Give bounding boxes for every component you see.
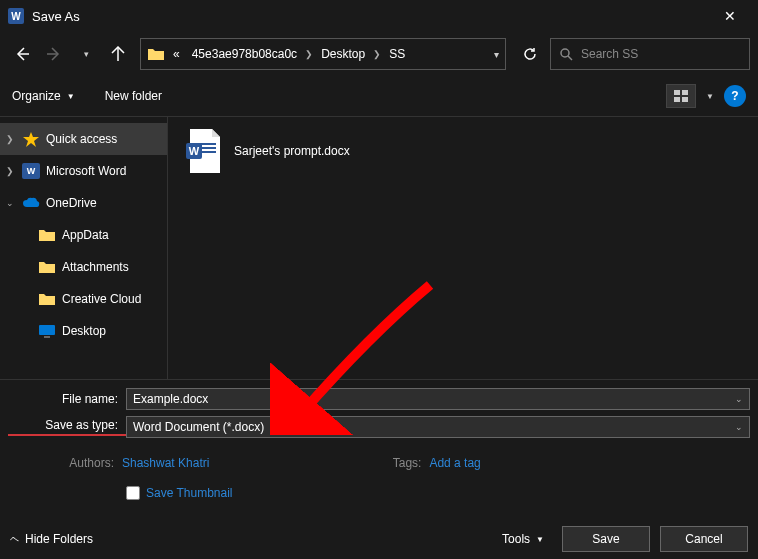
- forward-button[interactable]: [40, 40, 68, 68]
- folder-icon: [38, 227, 56, 243]
- breadcrumb-segment[interactable]: Desktop: [317, 47, 369, 61]
- chevron-down-icon: ▼: [67, 92, 75, 101]
- folder-icon: [38, 291, 56, 307]
- svg-rect-3: [674, 97, 680, 102]
- help-button[interactable]: ?: [724, 85, 746, 107]
- tree-item-appdata[interactable]: AppData: [0, 219, 167, 251]
- svg-rect-1: [674, 90, 680, 95]
- save-button[interactable]: Save: [562, 526, 650, 552]
- search-input[interactable]: [550, 38, 750, 70]
- svg-rect-4: [682, 97, 688, 102]
- tree-item-creative-cloud[interactable]: Creative Cloud: [0, 283, 167, 315]
- chevron-right-icon: ❯: [4, 166, 16, 176]
- filename-field[interactable]: [133, 392, 743, 406]
- save-as-type-dropdown[interactable]: Word Document (*.docx) ⌄: [126, 416, 750, 438]
- up-button[interactable]: [104, 40, 132, 68]
- save-thumbnail-checkbox[interactable]: [126, 486, 140, 500]
- chevron-up-icon: ヘ: [10, 533, 19, 546]
- chevron-down-icon[interactable]: ⌄: [735, 394, 743, 404]
- svg-rect-5: [39, 325, 55, 335]
- hide-folders-button[interactable]: ヘ Hide Folders: [10, 532, 93, 546]
- cloud-icon: [22, 195, 40, 211]
- folder-icon: [147, 47, 165, 61]
- authors-label: Authors:: [42, 456, 114, 470]
- view-mode-button[interactable]: [666, 84, 696, 108]
- back-button[interactable]: [8, 40, 36, 68]
- tools-label: Tools: [502, 532, 530, 546]
- svg-rect-2: [682, 90, 688, 95]
- desktop-icon: [38, 323, 56, 339]
- chevron-down-icon: ⌄: [4, 198, 16, 208]
- refresh-button[interactable]: [514, 38, 546, 70]
- search-field[interactable]: [581, 47, 741, 61]
- tree-item-quick-access[interactable]: ❯ Quick access: [0, 123, 167, 155]
- recent-dropdown-icon[interactable]: ▾: [72, 40, 100, 68]
- cancel-button[interactable]: Cancel: [660, 526, 748, 552]
- new-folder-label: New folder: [105, 89, 162, 103]
- file-item[interactable]: W Sarjeet's prompt.docx: [184, 127, 350, 175]
- breadcrumb-prefix: «: [169, 47, 184, 61]
- tree-item-word[interactable]: ❯ W Microsoft Word: [0, 155, 167, 187]
- close-icon[interactable]: ✕: [710, 0, 750, 32]
- save-thumbnail-label: Save Thumbnail: [146, 486, 233, 500]
- svg-point-0: [561, 49, 569, 57]
- save-as-type-value: Word Document (*.docx): [133, 420, 264, 434]
- tags-label: Tags:: [381, 456, 421, 470]
- svg-rect-6: [44, 336, 50, 338]
- chevron-down-icon: ▼: [536, 535, 544, 544]
- tree-item-onedrive[interactable]: ⌄ OneDrive: [0, 187, 167, 219]
- tree-item-desktop[interactable]: Desktop: [0, 315, 167, 347]
- window-title: Save As: [32, 9, 710, 24]
- docx-file-icon: W: [184, 127, 224, 175]
- filename-label: File name:: [8, 392, 126, 406]
- filename-input[interactable]: ⌄: [126, 388, 750, 410]
- chevron-down-icon[interactable]: ▾: [494, 49, 499, 60]
- tree-item-attachments[interactable]: Attachments: [0, 251, 167, 283]
- new-folder-button[interactable]: New folder: [105, 89, 162, 103]
- chevron-right-icon: ❯: [4, 134, 16, 144]
- chevron-down-icon[interactable]: ▼: [706, 92, 714, 101]
- breadcrumb[interactable]: « 45e3ae978b08ca0c ❯ Desktop ❯ SS ▾: [140, 38, 506, 70]
- star-icon: [22, 131, 40, 147]
- organize-label: Organize: [12, 89, 61, 103]
- file-name-label: Sarjeet's prompt.docx: [234, 144, 350, 158]
- file-list[interactable]: W Sarjeet's prompt.docx: [168, 116, 758, 380]
- folder-tree: ❯ Quick access ❯ W Microsoft Word ⌄ OneD…: [0, 116, 168, 380]
- breadcrumb-segment[interactable]: 45e3ae978b08ca0c: [188, 47, 301, 61]
- word-app-icon: W: [8, 8, 24, 24]
- tools-menu[interactable]: Tools ▼: [502, 532, 544, 546]
- breadcrumb-segment[interactable]: SS: [385, 47, 409, 61]
- save-as-type-label: Save as type:: [8, 418, 126, 436]
- chevron-down-icon[interactable]: ⌄: [735, 422, 743, 432]
- word-icon: W: [22, 163, 40, 179]
- authors-value[interactable]: Shashwat Khatri: [122, 456, 209, 470]
- folder-icon: [38, 259, 56, 275]
- search-icon: [559, 47, 573, 61]
- organize-menu[interactable]: Organize ▼: [12, 89, 75, 103]
- chevron-right-icon: ❯: [373, 49, 381, 59]
- svg-text:W: W: [189, 145, 200, 157]
- chevron-right-icon: ❯: [305, 49, 313, 59]
- tags-value[interactable]: Add a tag: [429, 456, 480, 470]
- hide-folders-label: Hide Folders: [25, 532, 93, 546]
